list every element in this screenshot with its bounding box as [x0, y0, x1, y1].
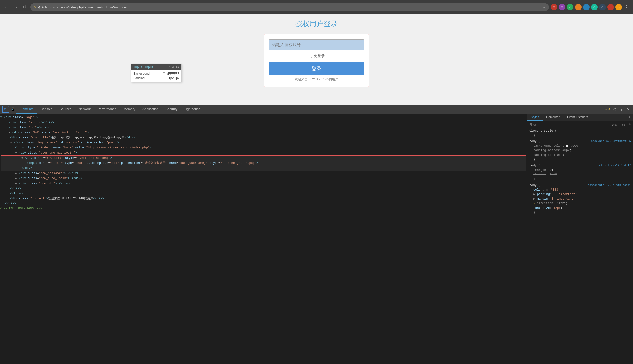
dom-line: ▶ <div class="row_auto_login">…</div> [0, 176, 527, 181]
tooltip-padding-row: Padding 1px 2px [133, 76, 179, 80]
security-icon: ⚠ [33, 5, 36, 9]
ext-icon-6[interactable]: ⬡ [591, 4, 598, 10]
ext-icon-8[interactable]: R [607, 4, 614, 10]
styles-content: element.style { } body { index.php?s...&… [527, 128, 633, 364]
tooltip-dims: 302 × 44 [165, 65, 179, 69]
styles-filter-bar: :hov .cls + [527, 121, 633, 128]
welcome-text: 欢迎来自58.218.26.146的用户 [269, 77, 364, 82]
ext-icon-5[interactable]: F [583, 4, 590, 10]
style-prop: background-color: #eee; [529, 144, 631, 148]
tab-network[interactable]: Network [75, 105, 94, 114]
style-prop: ⚠ direction: "ltr"; [529, 201, 631, 206]
style-close-brace: } [529, 157, 631, 162]
tab-security[interactable]: Security [162, 105, 181, 114]
reload-button[interactable]: ↺ [21, 4, 28, 11]
dom-line: <div class="hd"></div> [0, 125, 527, 130]
auto-login-row: 免登录 [269, 54, 364, 58]
dom-line-highlighted: ▼ <div class="row_text" style="overflow:… [1, 156, 526, 161]
forward-button[interactable]: → [12, 4, 19, 11]
tooltip-body: Background #FFFFFF Padding 1px 2px [131, 70, 181, 82]
dom-line: <div class="row_title">授&nbsp;权&nbsp;用&n… [0, 135, 527, 140]
page-title: 授权用户登录 [295, 19, 338, 29]
style-block-element: element.style { } [529, 129, 631, 138]
tab-memory[interactable]: Memory [120, 105, 139, 114]
tooltip-header: input.input 302 × 44 [131, 64, 181, 70]
browser-chrome: ← → ↺ ⚠ 不安全 mirrorpsy.cn/index.php?s=mem… [0, 0, 633, 14]
inspect-element-button[interactable]: ⬚ [2, 106, 9, 113]
tooltip-padding-label: Padding [133, 76, 145, 80]
tab-application[interactable]: Application [139, 105, 162, 114]
auto-login-label: 免登录 [314, 54, 325, 58]
bookmark-icon[interactable]: ☆ [543, 5, 546, 9]
address-bar[interactable]: ⚠ 不安全 mirrorpsy.cn/index.php?s=member&c=… [30, 3, 549, 11]
tab-event-listeners[interactable]: Event Listeners [564, 114, 592, 121]
devtools-toolbar-right: ⚙ ⋮ ✕ [612, 106, 631, 113]
style-selector: body { components-....d.min.css:1 [529, 184, 631, 187]
tooltip-tag: input.input [133, 65, 153, 69]
style-prop: ▶ padding: 0 !important; [529, 192, 631, 197]
dom-line: ▶ <div class="row_btn">…</div> [0, 181, 527, 186]
style-block-body-2: body { default.css?4.1.6:12 -margin: 0; … [529, 164, 631, 181]
dom-line: ▼ <form class="login-form" id="myform" a… [0, 140, 527, 145]
styles-tab-more[interactable]: » [626, 114, 633, 121]
hov-button[interactable]: :hov [611, 123, 618, 127]
device-toolbar-button[interactable]: 📱 [9, 106, 16, 113]
style-prop: ▶ margin: 0 !important; [529, 197, 631, 201]
style-source-link[interactable]: index.php?s...&m=index:55 [589, 140, 631, 143]
tab-computed[interactable]: Computed [543, 114, 564, 121]
dom-line: </form> [0, 191, 527, 196]
warning-icon: ⚠ [605, 108, 607, 111]
ext-icon-3[interactable]: ✓ [567, 4, 573, 10]
auto-login-checkbox[interactable] [309, 55, 312, 58]
style-close-brace: } [529, 210, 631, 215]
cls-button[interactable]: .cls [620, 123, 627, 127]
style-prop: font-size: 12px; [529, 206, 631, 210]
styles-filter-input[interactable] [529, 123, 609, 126]
style-close-brace: } [529, 133, 631, 138]
tab-performance[interactable]: Performance [94, 105, 120, 114]
tab-lighthouse[interactable]: Lighthouse [181, 105, 204, 114]
dom-line: ▼ <div class="username-way-login"> [0, 150, 527, 155]
ext-icon-9[interactable]: Q [615, 4, 622, 10]
username-input[interactable] [269, 39, 364, 50]
settings-icon[interactable]: ⚙ [612, 106, 618, 113]
ext-icon-4[interactable]: P [575, 4, 582, 10]
dom-line: <input type="hidden" name="back" value="… [0, 145, 527, 150]
style-selector: element.style { [529, 129, 631, 133]
warning-badge: ⚠ 4 [602, 108, 612, 111]
styles-tabs: Styles Computed Event Listeners » [527, 114, 633, 121]
page-content: 授权用户登录 免登录 登录 欢迎来自58.218.26.146的用户 input… [0, 14, 633, 105]
tab-console[interactable]: Console [37, 105, 56, 114]
style-prop: -margin: 0; [529, 168, 631, 172]
styles-panel: Styles Computed Event Listeners » :hov .… [527, 114, 633, 364]
style-block-body-3: body { components-....d.min.css:1 color:… [529, 184, 631, 215]
back-button[interactable]: ← [3, 4, 10, 11]
dom-line: ▼ <div class="login"> [0, 115, 527, 120]
ext-icon-7[interactable]: ⬡ [599, 4, 606, 10]
style-source-link[interactable]: default.css?4.1.6:12 [598, 164, 631, 167]
add-style-button[interactable]: + [628, 122, 631, 127]
login-button[interactable]: 登录 [269, 62, 364, 75]
style-source-link[interactable]: components-....d.min.css:1 [588, 184, 631, 187]
dom-line: </div> [0, 186, 527, 191]
dom-line-input: <input class="input" type="text" autocom… [1, 161, 526, 166]
dom-line-close: </div> [1, 166, 526, 171]
ext-icon-1[interactable]: S [551, 4, 557, 10]
devtools-more-icon[interactable]: ⋮ [619, 106, 625, 113]
dom-line: <div class="strip"></div> [0, 120, 527, 125]
ext-icon-2[interactable]: S [559, 4, 565, 10]
devtools-toolbar: ⬚ 📱 Elements Console Sources Network Per… [0, 105, 633, 114]
style-prop: padding-top: 0px; [529, 153, 631, 157]
dom-line: </div> [0, 201, 527, 206]
tooltip-background-row: Background #FFFFFF [133, 71, 179, 76]
tab-elements[interactable]: Elements [16, 105, 37, 114]
close-devtools-button[interactable]: ✕ [626, 106, 631, 113]
tab-sources[interactable]: Sources [56, 105, 75, 114]
devtools-panel: ⬚ 📱 Elements Console Sources Network Per… [0, 105, 633, 364]
tooltip-bg-value: #FFFFFF [163, 72, 179, 75]
dom-line: ▶ <div class="row_password">…</div> [0, 171, 527, 176]
tab-styles[interactable]: Styles [527, 114, 543, 121]
warning-count: 4 [608, 108, 610, 111]
element-tooltip: input.input 302 × 44 Background #FFFFFF … [131, 64, 182, 82]
more-extensions-button[interactable]: ⋮ [623, 4, 630, 10]
